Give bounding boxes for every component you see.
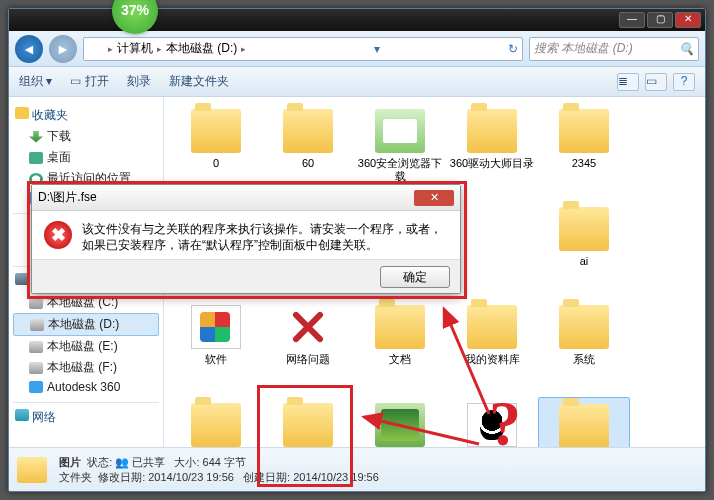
sidebar-item-downloads[interactable]: 下载 xyxy=(13,126,159,147)
status-name: 图片 xyxy=(59,456,81,468)
desktop-icon xyxy=(29,152,43,164)
forward-button[interactable]: ► xyxy=(49,35,77,63)
dropdown-icon[interactable]: ▾ xyxy=(374,42,380,56)
folder-item[interactable]: 新建文件夹 xyxy=(170,397,262,447)
folder-icon xyxy=(191,403,241,447)
folder-icon xyxy=(283,403,333,447)
folder-icon xyxy=(559,305,609,349)
folder-item[interactable]: 文档 xyxy=(354,299,446,397)
maximize-button[interactable]: ▢ xyxy=(647,12,673,28)
address-bar[interactable]: ▸ 计算机 ▸ 本地磁盘 (D:) ▸ ▾ ↻ xyxy=(83,37,523,61)
drive-icon xyxy=(29,341,43,353)
computer-icon xyxy=(88,42,104,56)
folder-item[interactable]: 迅雷下载 xyxy=(262,397,354,447)
organize-menu[interactable]: 组织 ▾ xyxy=(19,73,52,90)
status-type: 文件夹 xyxy=(59,471,92,483)
status-state: 已共享 xyxy=(132,456,165,468)
command-bar: 组织 ▾ ▭ 打开 刻录 新建文件夹 ≣ ▭ ? xyxy=(9,67,705,97)
status-size: 644 字节 xyxy=(203,456,246,468)
error-dialog: D:\图片.fse ✕ ✖ 该文件没有与之关联的程序来执行该操作。请安装一个程序… xyxy=(31,184,461,294)
sidebar-item-drive-f[interactable]: 本地磁盘 (F:) xyxy=(13,357,159,378)
folder-icon xyxy=(375,305,425,349)
new-folder-button[interactable]: 新建文件夹 xyxy=(169,73,229,90)
recent-icon xyxy=(29,173,43,185)
burn-button[interactable]: 刻录 xyxy=(127,73,151,90)
folder-item[interactable]: 网络问题 xyxy=(262,299,354,397)
open-button[interactable]: ▭ 打开 xyxy=(70,73,108,90)
drive-icon xyxy=(30,319,44,331)
folder-item[interactable]: 自然美景 xyxy=(354,397,446,447)
sidebar-item-drive-c[interactable]: 本地磁盘 (C:) xyxy=(13,292,159,313)
folder-icon xyxy=(467,305,517,349)
annotation-question-mark: ? xyxy=(489,387,521,461)
ok-button[interactable]: 确定 xyxy=(380,266,450,288)
folder-item[interactable]: ai xyxy=(538,201,630,299)
sidebar-item-desktop[interactable]: 桌面 xyxy=(13,147,159,168)
folder-icon xyxy=(559,404,609,447)
chevron-right-icon: ▸ xyxy=(157,44,162,54)
status-date-label: 修改日期: xyxy=(98,471,145,483)
nav-bar: ◄ ► ▸ 计算机 ▸ 本地磁盘 (D:) ▸ ▾ ↻ 搜索 本地磁盘 (D:)… xyxy=(9,31,705,67)
star-icon xyxy=(15,107,29,119)
search-placeholder: 搜索 本地磁盘 (D:) xyxy=(534,40,633,57)
dialog-close-button[interactable]: ✕ xyxy=(414,190,454,206)
status-create: 2014/10/23 19:56 xyxy=(293,471,379,483)
folder-item[interactable]: 系统 xyxy=(538,299,630,397)
dialog-title: D:\图片.fse xyxy=(38,189,97,206)
computer-icon xyxy=(15,273,29,285)
drive-icon xyxy=(29,362,43,374)
software-icon xyxy=(191,305,241,349)
minimize-button[interactable]: — xyxy=(619,12,645,28)
folder-icon xyxy=(559,109,609,153)
breadcrumb-computer[interactable]: 计算机 xyxy=(117,40,153,57)
sidebar-item-autodesk-2[interactable]: Autodesk 360 xyxy=(13,378,159,396)
breadcrumb-drive-d[interactable]: 本地磁盘 (D:) xyxy=(166,40,237,57)
folder-icon xyxy=(375,403,425,447)
network-header[interactable]: 网络 xyxy=(15,409,157,426)
folder-item[interactable]: 软件 xyxy=(170,299,262,397)
status-state-label: 状态: xyxy=(87,456,112,468)
folder-item[interactable]: 2345 xyxy=(538,103,630,201)
folder-icon xyxy=(559,207,609,251)
dialog-titlebar[interactable]: D:\图片.fse ✕ xyxy=(32,185,460,211)
chevron-right-icon: ▸ xyxy=(108,44,113,54)
view-options-button[interactable]: ≣ xyxy=(617,73,639,91)
status-bar: 图片 状态: 👥 已共享 大小: 644 字节 文件夹 修改日期: 2014/1… xyxy=(9,447,705,491)
status-create-label: 创建日期: xyxy=(243,471,290,483)
status-size-label: 大小: xyxy=(174,456,199,468)
sidebar-item-drive-e[interactable]: 本地磁盘 (E:) xyxy=(13,336,159,357)
x-icon xyxy=(283,305,333,349)
drive-icon xyxy=(29,297,43,309)
folder-icon xyxy=(467,109,517,153)
folder-icon xyxy=(283,109,333,153)
folder-icon xyxy=(375,109,425,153)
sidebar-item-drive-d[interactable]: 本地磁盘 (D:) xyxy=(13,313,159,336)
download-icon xyxy=(29,131,43,143)
preview-pane-button[interactable]: ▭ xyxy=(645,73,667,91)
favorites-header[interactable]: 收藏夹 xyxy=(15,107,157,124)
search-icon: 🔍 xyxy=(679,42,694,56)
status-date: 2014/10/23 19:56 xyxy=(148,471,234,483)
chevron-right-icon: ▸ xyxy=(241,44,246,54)
explorer-window: — ▢ ✕ ◄ ► ▸ 计算机 ▸ 本地磁盘 (D:) ▸ ▾ ↻ 搜索 本地磁… xyxy=(8,8,706,492)
autodesk-icon xyxy=(29,381,43,393)
folder-item[interactable]: 我的资料库 xyxy=(446,299,538,397)
open-icon: ▭ xyxy=(70,74,84,88)
network-icon xyxy=(15,409,29,421)
close-button[interactable]: ✕ xyxy=(675,12,701,28)
folder-icon xyxy=(191,109,241,153)
back-button[interactable]: ◄ xyxy=(15,35,43,63)
folder-item-selected[interactable]: 图片 xyxy=(538,397,630,447)
status-thumb-icon xyxy=(17,457,47,483)
refresh-icon[interactable]: ↻ xyxy=(508,42,518,56)
error-icon: ✖ xyxy=(44,221,72,249)
dialog-message: 该文件没有与之关联的程序来执行该操作。请安装一个程序，或者，如果已安装程序，请在… xyxy=(82,221,448,253)
help-button[interactable]: ? xyxy=(673,73,695,91)
search-input[interactable]: 搜索 本地磁盘 (D:) 🔍 xyxy=(529,37,699,61)
